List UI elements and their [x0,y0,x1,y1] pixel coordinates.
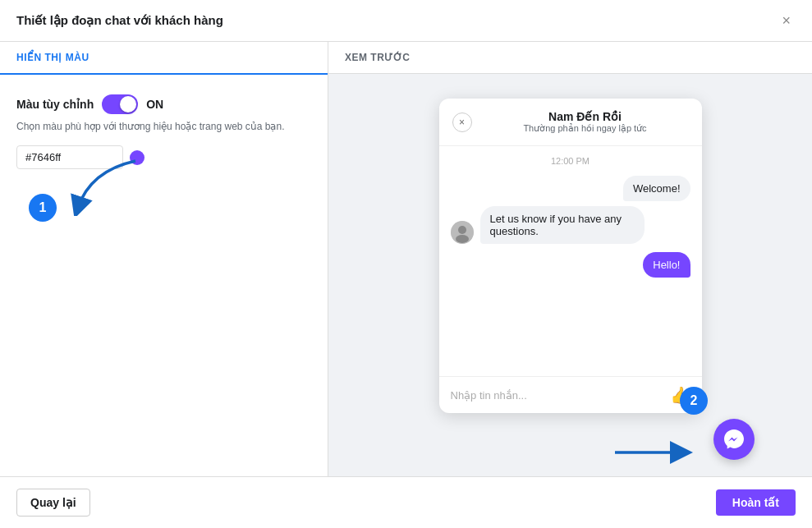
sender-avatar [451,221,474,244]
message-bubble-outgoing: Hello! [643,252,690,278]
dialog-header: Thiết lập đoạn chat với khách hàng × [0,0,812,42]
messenger-fab[interactable] [713,419,755,460]
color-region: 1 [16,145,311,235]
arrow-1-icon [66,154,140,216]
message-incoming: Let us know if you have any questions. [451,206,690,244]
avatar-icon [451,221,474,244]
dialog-footer: Quay lại Hoàn tất [0,476,812,528]
arrow-2-icon [615,440,697,465]
annotation-badge-1: 1 [29,194,57,222]
dialog-close-button[interactable]: × [777,10,796,31]
chat-widget: × Nam Đến Rồi Thường phản hồi ngay lập t… [439,99,702,413]
dialog-title: Thiết lập đoạn chat với khách hàng [16,13,223,28]
option-description: Chọn màu phù hợp với thương hiệu hoặc tr… [16,121,311,132]
message-bubble-incoming: Let us know if you have any questions. [480,206,645,244]
right-panel: XEM TRƯỚC × Nam Đến Rồi Thường phản hồi … [328,42,812,476]
dialog: Thiết lập đoạn chat với khách hàng × HIỂ… [0,0,812,528]
annotation-1-area: 1 [16,169,311,235]
message-welcome: Welcome! [451,176,690,201]
chat-timestamp: 12:00 PM [451,156,690,166]
preview-area: × Nam Đến Rồi Thường phản hồi ngay lập t… [328,74,812,476]
back-button[interactable]: Quay lại [16,489,90,517]
chat-page-subtitle: Thường phản hồi ngay lập tức [482,123,689,134]
annotation-badge-2: 2 [680,387,708,415]
chat-messages: 12:00 PM Welcome! [439,146,702,376]
chat-input-row: Nhập tin nhắn... 👍 [439,376,702,413]
option-label: Màu tùy chỉnh [16,98,94,111]
messenger-icon [723,428,745,451]
chat-close-button[interactable]: × [452,112,472,132]
svg-point-1 [458,226,466,234]
left-panel-content: Màu tùy chỉnh ON Chọn màu phù hợp với th… [0,75,328,476]
toggle-state-label: ON [146,98,163,111]
annotation-badge-2-area: 2 [680,387,708,415]
dialog-body: HIỂN THỊ MÀU Màu tùy chỉnh ON Chọn màu p… [0,42,812,476]
right-panel-tab: XEM TRƯỚC [328,42,812,74]
complete-button[interactable]: Hoàn tất [716,489,796,516]
footer-right: Hoàn tất [716,489,796,516]
left-panel: HIỂN THỊ MÀU Màu tùy chỉnh ON Chọn màu p… [0,42,328,476]
chat-header-info: Nam Đến Rồi Thường phản hồi ngay lập tức [482,110,689,134]
svg-point-2 [456,235,469,243]
left-panel-tab[interactable]: HIỂN THỊ MÀU [0,42,328,75]
chat-header: × Nam Đến Rồi Thường phản hồi ngay lập t… [439,99,702,146]
chat-page-name: Nam Đến Rồi [482,110,689,123]
custom-color-option-row: Màu tùy chỉnh ON [16,94,311,114]
chat-input-placeholder[interactable]: Nhập tin nhắn... [451,389,527,402]
toggle-switch[interactable] [102,94,138,114]
color-input-row [16,145,311,169]
message-bubble-welcome: Welcome! [623,176,690,201]
message-outgoing: Hello! [451,252,690,278]
